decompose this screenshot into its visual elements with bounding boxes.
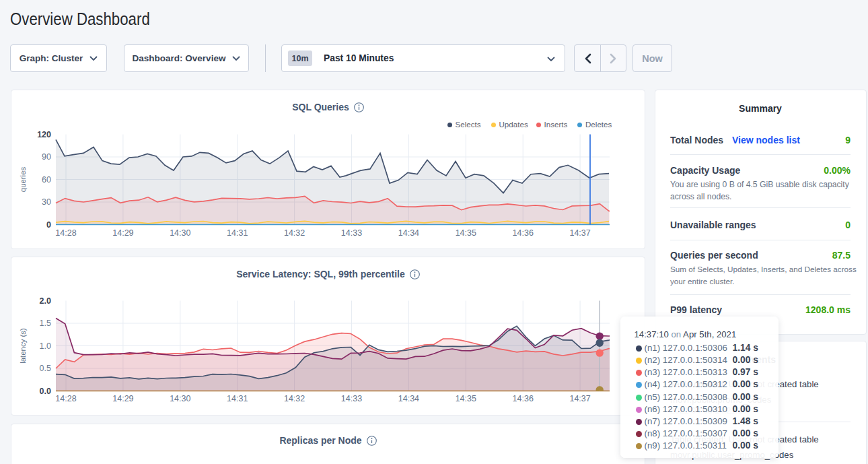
svg-text:1.5: 1.5 <box>40 319 51 328</box>
svg-text:14:37: 14:37 <box>569 393 590 403</box>
svg-text:14:34: 14:34 <box>398 228 419 237</box>
svg-text:14:36: 14:36 <box>513 228 534 237</box>
svg-text:14:30: 14:30 <box>170 228 190 237</box>
svg-text:queries: queries <box>19 166 27 192</box>
svg-text:14:30: 14:30 <box>170 393 190 403</box>
svg-text:0.5: 0.5 <box>40 364 51 373</box>
svg-text:2.0: 2.0 <box>40 296 51 305</box>
svg-text:14:35: 14:35 <box>456 393 476 403</box>
svg-text:0.0: 0.0 <box>40 386 51 395</box>
svg-text:14:28: 14:28 <box>55 228 76 237</box>
svg-text:14:35: 14:35 <box>456 228 476 237</box>
svg-text:30: 30 <box>42 197 51 207</box>
svg-text:14:32: 14:32 <box>284 393 305 403</box>
svg-text:1.0: 1.0 <box>40 341 51 350</box>
svg-text:60: 60 <box>42 174 51 184</box>
svg-text:14:33: 14:33 <box>341 228 362 237</box>
svg-text:14:31: 14:31 <box>227 228 248 237</box>
svg-text:0: 0 <box>46 220 51 229</box>
svg-text:14:37: 14:37 <box>569 228 590 237</box>
svg-text:14:31: 14:31 <box>227 393 248 403</box>
svg-text:latency (s): latency (s) <box>19 328 27 364</box>
svg-text:14:29: 14:29 <box>112 393 133 403</box>
svg-text:14:33: 14:33 <box>341 393 362 403</box>
svg-text:14:29: 14:29 <box>112 228 133 237</box>
svg-text:14:28: 14:28 <box>55 393 76 403</box>
svg-text:14:32: 14:32 <box>284 228 305 237</box>
svg-text:14:34: 14:34 <box>398 393 419 403</box>
svg-text:120: 120 <box>37 129 51 139</box>
svg-text:14:36: 14:36 <box>513 393 534 403</box>
svg-text:90: 90 <box>42 152 51 162</box>
